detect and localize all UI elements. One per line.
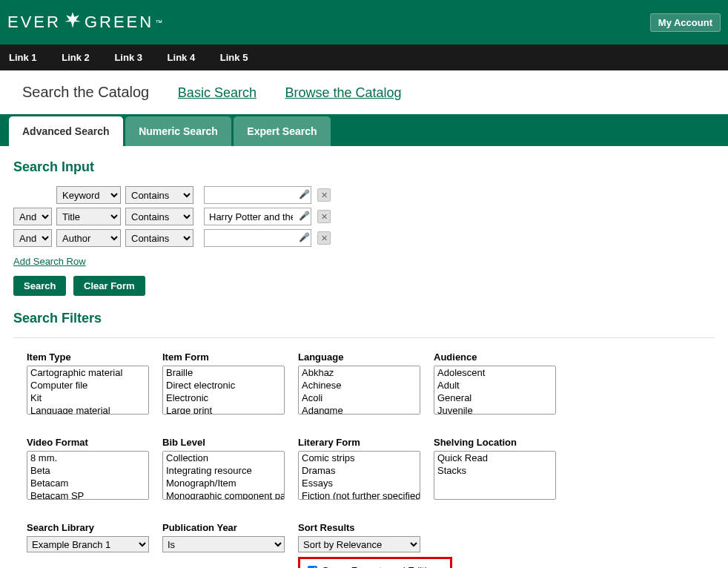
filter-col: Literary FormComic stripsDramasEssaysFic… [298,437,420,500]
field-select[interactable]: KeywordTitleAuthorSubjectSeries [56,208,121,225]
search-rows: KeywordTitleAuthorSubjectSeriesContainsS… [13,186,715,247]
add-search-row-link[interactable]: Add Search Row [13,256,86,267]
search-input-heading: Search Input [13,159,715,175]
nav-link-3[interactable]: Link 3 [114,52,142,63]
filter-col: Item FormBrailleDirect electronicElectro… [162,351,285,415]
filter-row-b: Video Format8 mm.BetaBetacamBetacam SPBi… [13,437,715,500]
nav-link-5[interactable]: Link 5 [220,52,248,63]
leaf-icon [63,10,82,34]
filter-listbox[interactable]: AdolescentAdultGeneralJuvenile [434,366,556,415]
bottom-row: Search Library Example Branch 1 Limit to… [13,522,715,568]
mic-icon: 🎤 [299,232,310,242]
group-formats-label: Group Formats and Editions [322,565,443,568]
filter-label: Item Form [162,351,285,363]
divider [13,337,715,338]
subnav: Search the Catalog Basic Search Browse t… [0,70,728,114]
nav-link-4[interactable]: Link 4 [168,52,196,63]
basic-search-link[interactable]: Basic Search [178,85,257,100]
sort-results-label: Sort Results [298,522,454,533]
filter-listbox[interactable]: 8 mm.BetaBetacamBetacam SP [27,451,149,500]
filter-col: LanguageAbkhazAchineseAcoliAdangme [298,351,420,415]
search-library-select[interactable]: Example Branch 1 [27,536,149,552]
filter-label: Literary Form [298,437,420,448]
filter-listbox[interactable]: BrailleDirect electronicElectronicLarge … [162,366,285,415]
tab-numeric-search[interactable]: Numeric Search [125,116,231,146]
page-title: Search the Catalog [22,84,149,100]
tab-expert-search[interactable]: Expert Search [234,116,330,146]
bool-select[interactable]: AndOr [13,208,52,225]
pub-year-label: Publication Year [162,522,285,533]
remove-row-button[interactable]: ✕ [317,231,331,245]
filter-listbox[interactable]: AbkhazAchineseAcoliAdangme [298,366,420,415]
pub-year-select[interactable]: Is [162,536,285,552]
header: EVER GREEN ™ My Account [0,0,728,44]
field-select[interactable]: KeywordTitleAuthorSubjectSeries [56,229,121,247]
filter-listbox[interactable]: Comic stripsDramasEssaysFiction (not fur… [298,451,420,500]
filter-label: Language [298,351,420,363]
browse-catalog-link[interactable]: Browse the Catalog [285,85,402,100]
tab-advanced-search[interactable]: Advanced Search [9,116,123,146]
logo: EVER GREEN ™ [7,10,165,34]
field-select[interactable]: KeywordTitleAuthorSubjectSeries [56,186,121,204]
filter-col: AudienceAdolescentAdultGeneralJuvenile [434,351,556,415]
group-formats-highlight: Group Formats and Editions [298,557,452,568]
search-library-label: Search Library [27,522,149,533]
filter-listbox[interactable]: Cartographic materialComputer fileKitLan… [27,366,149,415]
sort-results-select[interactable]: Sort by Relevance [298,536,420,552]
search-filters-heading: Search Filters [13,311,715,326]
main: Search Input KeywordTitleAuthorSubjectSe… [0,146,728,568]
filter-listbox[interactable]: CollectionIntegrating resourceMonograph/… [162,451,285,500]
match-select[interactable]: ContainsStarts withExact [125,208,193,225]
clear-form-button[interactable]: Clear Form [73,276,145,296]
filter-label: Bib Level [162,437,285,448]
filter-col: Shelving LocationQuick ReadStacks [434,437,556,500]
search-row: AndOrKeywordTitleAuthorSubjectSeriesCont… [13,229,715,247]
search-row: KeywordTitleAuthorSubjectSeriesContainsS… [13,186,715,204]
my-account-button[interactable]: My Account [650,13,721,32]
remove-row-button[interactable]: ✕ [317,210,331,223]
search-term-input[interactable] [204,229,311,247]
match-select[interactable]: ContainsStarts withExact [125,186,193,204]
filter-label: Shelving Location [434,437,556,448]
remove-row-button[interactable]: ✕ [317,188,331,202]
filter-label: Audience [434,351,556,363]
tabbar: Advanced Search Numeric Search Expert Se… [0,114,728,146]
filter-col: Bib LevelCollectionIntegrating resourceM… [162,437,285,500]
filter-row-a: Item TypeCartographic materialComputer f… [13,351,715,415]
nav-link-1[interactable]: Link 1 [9,52,37,63]
search-button[interactable]: Search [13,276,66,296]
search-term-input[interactable] [204,186,311,204]
search-row: AndOrKeywordTitleAuthorSubjectSeriesCont… [13,208,715,225]
filter-col: Video Format8 mm.BetaBetacamBetacam SP [27,437,149,500]
bool-select[interactable]: AndOr [13,229,52,247]
navbar: Link 1 Link 2 Link 3 Link 4 Link 5 [0,44,728,70]
filter-label: Video Format [27,437,149,448]
match-select[interactable]: ContainsStarts withExact [125,229,193,247]
filter-col: Item TypeCartographic materialComputer f… [27,351,149,415]
filter-listbox[interactable]: Quick ReadStacks [434,451,556,500]
mic-icon: 🎤 [299,189,310,199]
mic-icon: 🎤 [299,211,310,221]
search-term-input[interactable] [204,208,311,225]
nav-link-2[interactable]: Link 2 [62,52,90,63]
filter-label: Item Type [27,351,149,363]
